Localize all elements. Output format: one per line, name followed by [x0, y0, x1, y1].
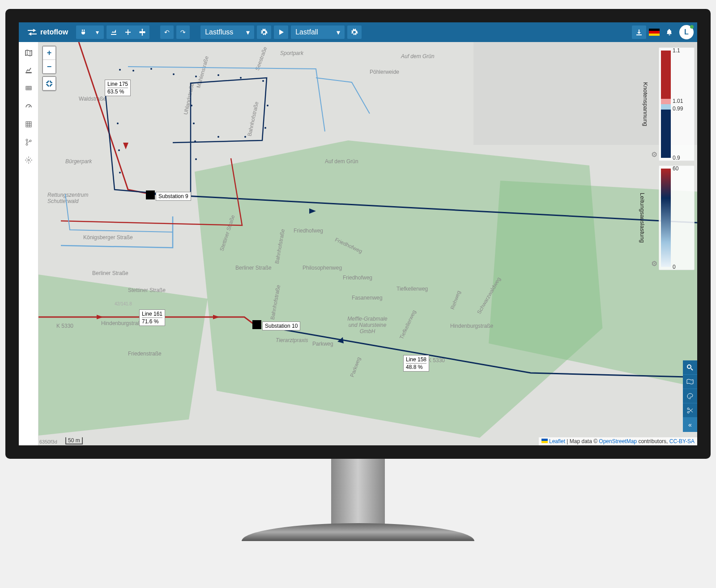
line-label[interactable]: Line 161 71.6 % [139, 309, 165, 326]
chevron-down-icon: ▾ [337, 28, 340, 37]
chart-button[interactable] [107, 25, 121, 39]
legend-settings-button[interactable]: ⚙ [651, 150, 657, 159]
street-label: Königsberger Straße [83, 234, 133, 241]
substation-marker[interactable] [146, 190, 155, 199]
download-button[interactable] [632, 25, 646, 39]
flag-germany-icon[interactable] [649, 29, 660, 36]
street-label: Pöhlerweide [370, 69, 399, 75]
svg-point-13 [687, 411, 689, 413]
scenario-value: Lastfall [295, 28, 318, 36]
flag-ukraine-icon [541, 439, 548, 443]
retoflow-icon [28, 29, 37, 35]
sidebar-table[interactable] [19, 115, 38, 133]
table-icon [25, 121, 32, 128]
scissors-icon [686, 407, 694, 414]
add-button[interactable] [121, 25, 135, 39]
brand-name: retoflow [40, 28, 68, 36]
line-label[interactable]: Line 175 63.5 % [105, 80, 131, 96]
cut-tool-button[interactable] [683, 403, 697, 418]
legend-settings-button[interactable]: ⚙ [651, 259, 657, 268]
street-label: Rettungszentrum Schutterwald [47, 192, 101, 204]
branch-icon [25, 139, 32, 146]
zoom-in-button[interactable]: + [43, 47, 55, 60]
street-label: Friedhofweg [294, 228, 323, 234]
chevron-down-icon: ▾ [246, 28, 250, 37]
street-label: Bürgerpark [65, 158, 92, 165]
map-fold-icon [25, 49, 32, 56]
substation-label: Substation 10 [262, 321, 300, 330]
sidebar-settings[interactable] [19, 151, 38, 169]
move-button[interactable] [135, 25, 149, 39]
gear-icon [260, 29, 268, 36]
monitor-stand [242, 459, 474, 571]
app-header: retoflow ▾ ↶ ↷ Lastfluss ▾ Lastfall ▾ L [19, 22, 697, 42]
street-label: Berliner Straße [235, 265, 272, 271]
gauge-icon [25, 103, 32, 110]
scenario-settings-button[interactable] [347, 25, 362, 39]
notifications-button[interactable] [662, 25, 677, 39]
street-label: Meffle-Grabmale und Natursteine GmbH [343, 316, 392, 334]
brand-logo[interactable]: retoflow [22, 28, 73, 36]
street-label: Hindenburgstraße [450, 323, 493, 329]
sidebar-chart[interactable] [19, 62, 38, 80]
zoom-out-button[interactable]: − [43, 60, 55, 73]
gear-icon [351, 29, 358, 36]
svg-point-3 [26, 144, 28, 145]
street-label: Waldstraße [79, 96, 106, 102]
layers-tool-button[interactable] [683, 375, 697, 389]
legend-voltage: Knotenspannung 1.1 1.01 0.99 0.9 ⚙ [659, 47, 695, 161]
plug-button[interactable] [76, 25, 90, 39]
street-label: Friedenstraße [128, 351, 162, 357]
svg-point-12 [687, 408, 689, 410]
build-hash: 6350f3d [39, 439, 57, 444]
leaflet-link[interactable]: Leaflet [549, 438, 565, 444]
street-label: Auf dem Grün [325, 158, 358, 165]
map-canvas[interactable]: Waldstraße Bürgerpark Rettungszentrum Sc… [38, 42, 697, 445]
license-link[interactable]: CC-BY-SA [669, 438, 695, 444]
chart-icon [25, 67, 32, 74]
solar-panel-icon [25, 85, 32, 92]
street-label: Berliner Straße [92, 270, 128, 276]
analysis-value: Lastfluss [205, 28, 233, 36]
street-label: Sportpark [280, 50, 303, 56]
palette-icon [686, 393, 694, 400]
search-icon [686, 364, 694, 371]
plug-dropdown[interactable]: ▾ [90, 25, 104, 39]
analysis-dropdown[interactable]: Lastfluss ▾ [200, 25, 254, 39]
scenario-dropdown[interactable]: Lastfall ▾ [291, 25, 345, 39]
undo-button[interactable]: ↶ [160, 25, 174, 39]
street-label: 42/141.8 [115, 301, 132, 306]
fit-bounds-button[interactable] [43, 77, 55, 90]
osm-link[interactable]: OpenStreetMap [599, 438, 637, 444]
street-label: Parkweg [312, 341, 333, 347]
street-label: Hindenburgstraße [101, 320, 144, 326]
analysis-settings-button[interactable] [257, 25, 271, 39]
sidebar-branch[interactable] [19, 133, 38, 151]
play-icon [277, 29, 285, 36]
street-label: Fasanenweg [352, 295, 383, 301]
street-label: Friedhofweg [343, 275, 372, 281]
map-tools-right: « [683, 360, 697, 432]
substation-label: Substation 9 [156, 192, 191, 201]
svg-point-5 [28, 159, 30, 161]
svg-point-11 [687, 365, 691, 368]
substation-marker[interactable] [252, 320, 261, 329]
sidebar-solar[interactable] [19, 80, 38, 97]
sidebar-gauge[interactable] [19, 97, 38, 115]
collapse-tools-button[interactable]: « [683, 418, 697, 432]
sidebar-map[interactable] [19, 44, 38, 62]
street-label: Auf dem Grün [401, 53, 435, 59]
svg-rect-1 [26, 122, 31, 127]
line-label[interactable]: Line 158 48.8 % [403, 355, 429, 372]
user-avatar[interactable]: L [679, 25, 694, 39]
street-label: Tierarztpraxis [276, 337, 308, 343]
svg-point-2 [26, 139, 28, 141]
search-tool-button[interactable] [683, 360, 697, 375]
map-attribution: Leaflet | Map data © OpenStreetMap contr… [539, 437, 697, 445]
app-screen: retoflow ▾ ↶ ↷ Lastfluss ▾ Lastfall ▾ L … [19, 22, 697, 445]
svg-point-4 [30, 140, 31, 142]
redo-button[interactable]: ↷ [176, 25, 190, 39]
run-button[interactable] [274, 25, 288, 39]
palette-tool-button[interactable] [683, 389, 697, 403]
gear-icon [25, 157, 32, 164]
